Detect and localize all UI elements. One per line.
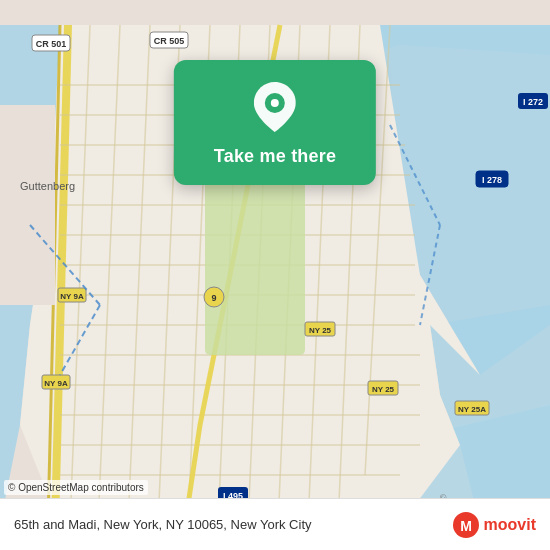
green-action-card: Take me there xyxy=(174,60,376,185)
map-attribution: © OpenStreetMap contributors xyxy=(4,480,148,495)
svg-text:NY 25: NY 25 xyxy=(372,385,395,394)
moovit-logo-text: moovit xyxy=(484,516,536,534)
navigation-card: Take me there xyxy=(174,60,376,185)
svg-rect-34 xyxy=(205,175,305,355)
svg-text:M: M xyxy=(460,518,472,534)
map-container: Guttenberg CR 501 CR 505 I 278 I 272 NY … xyxy=(0,0,550,550)
bottom-info-bar: 65th and Madi, New York, NY 10065, New Y… xyxy=(0,498,550,550)
svg-text:NY 9A: NY 9A xyxy=(60,292,84,301)
svg-point-65 xyxy=(271,99,279,107)
moovit-logo: M moovit xyxy=(452,511,536,539)
svg-text:NY 25: NY 25 xyxy=(309,326,332,335)
svg-text:CR 505: CR 505 xyxy=(154,36,185,46)
svg-text:I 272: I 272 xyxy=(523,97,543,107)
svg-text:NY 9A: NY 9A xyxy=(44,379,68,388)
moovit-logo-icon: M xyxy=(452,511,480,539)
take-me-there-button[interactable]: Take me there xyxy=(214,146,336,167)
location-pin-icon xyxy=(254,82,296,136)
svg-text:Guttenberg: Guttenberg xyxy=(20,180,75,192)
svg-text:CR 501: CR 501 xyxy=(36,39,67,49)
svg-text:9: 9 xyxy=(211,293,216,303)
svg-text:I 278: I 278 xyxy=(482,175,502,185)
svg-rect-35 xyxy=(0,105,55,305)
address-label: 65th and Madi, New York, NY 10065, New Y… xyxy=(14,517,452,532)
svg-text:NY 25A: NY 25A xyxy=(458,405,486,414)
